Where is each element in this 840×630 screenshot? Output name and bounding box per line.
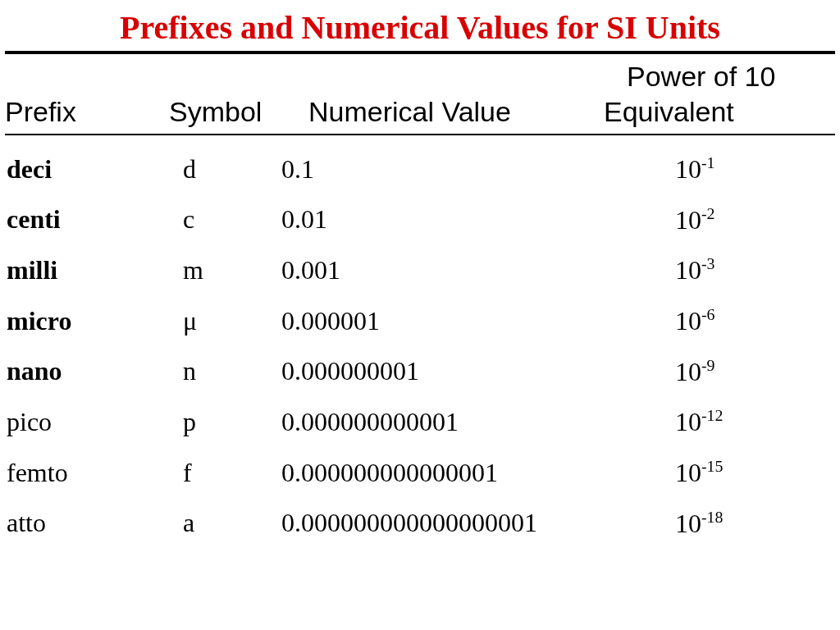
exponent: -3 [701,254,715,272]
exponent: -6 [701,305,715,323]
exponent: -1 [701,153,715,171]
symbol-cell: n [183,356,281,386]
table-row: decid0.110-1 [5,144,835,194]
symbol-cell: μ [183,306,281,336]
data-table: decid0.110-1centic0.0110-2millim0.00110-… [5,144,835,548]
table-row: nanon0.00000000110-9 [5,346,835,397]
column-headers: Power of 10 Prefix Symbol Numerical Valu… [5,56,835,130]
table-row: centic0.0110-2 [5,194,835,245]
header-symbol: Symbol [169,94,308,130]
value-cell: 0.000000000000001 [281,458,675,488]
power-cell: 10-9 [675,356,835,387]
prefix-cell: centi [5,204,183,235]
symbol-cell: f [183,458,281,488]
prefix-cell: micro [5,306,183,336]
header-power-top: Power of 10 [579,59,835,94]
prefix-cell: nano [5,356,183,386]
header-value: Numerical Value [308,94,579,130]
header-prefix: Prefix [5,94,169,130]
prefix-cell: deci [5,154,183,185]
mid-rule [5,134,835,135]
exponent: -18 [701,508,723,526]
power-cell: 10-1 [675,153,835,185]
exponent: -2 [701,204,715,222]
symbol-cell: d [183,154,281,185]
value-cell: 0.001 [281,255,675,285]
table-row: picop0.00000000000110-12 [5,396,835,447]
symbol-cell: c [183,204,281,235]
prefix-cell: atto [5,508,183,538]
exponent: -15 [701,457,723,475]
table-row: femtof0.00000000000000110-15 [5,447,835,498]
page-title: Prefixes and Numerical Values for SI Uni… [5,10,835,46]
table-row: microμ0.00000110-6 [5,295,835,346]
power-cell: 10-12 [675,406,835,437]
power-cell: 10-18 [675,508,835,539]
si-prefixes-document: Prefixes and Numerical Values for SI Uni… [0,0,840,548]
symbol-cell: a [183,508,281,538]
symbol-cell: m [183,255,281,285]
table-row: attoa0.00000000000000000110-18 [5,498,835,549]
value-cell: 0.01 [281,204,675,235]
value-cell: 0.1 [281,154,675,185]
value-cell: 0.000000000001 [281,407,675,437]
power-cell: 10-2 [675,204,835,235]
exponent: -9 [701,356,715,374]
power-cell: 10-3 [675,254,835,285]
table-row: millim0.00110-3 [5,244,835,295]
exponent: -12 [701,406,723,424]
power-cell: 10-15 [675,457,835,488]
header-power-bottom: Equivalent [579,94,835,130]
prefix-cell: pico [5,407,183,437]
value-cell: 0.000000001 [281,356,675,386]
prefix-cell: femto [5,458,183,488]
prefix-cell: milli [5,255,183,285]
value-cell: 0.000000000000000001 [281,508,675,538]
value-cell: 0.000001 [281,306,675,336]
power-cell: 10-6 [675,305,835,336]
top-rule [5,51,835,54]
symbol-cell: p [183,407,281,437]
